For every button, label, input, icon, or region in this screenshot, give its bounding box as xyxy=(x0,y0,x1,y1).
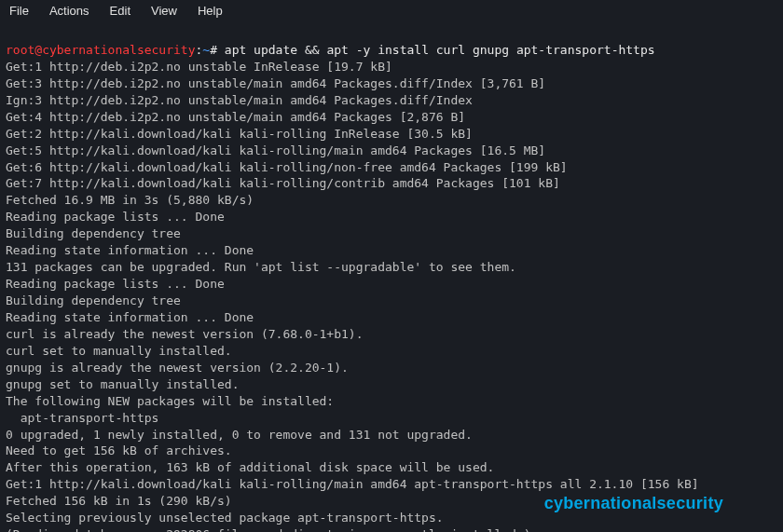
output-line: 131 packages can be upgraded. Run 'apt l… xyxy=(6,260,516,274)
output-line: Get:6 http://kali.download/kali kali-rol… xyxy=(6,160,568,174)
output-line: Selecting previously unselected package … xyxy=(6,511,444,525)
menu-view[interactable]: View xyxy=(151,4,177,18)
command-text: apt update && apt -y install curl gnupg … xyxy=(225,43,655,57)
output-line: Get:2 http://kali.download/kali kali-rol… xyxy=(6,127,473,141)
output-line: Fetched 156 kB in 1s (290 kB/s) xyxy=(6,494,232,508)
output-line: apt-transport-https xyxy=(6,411,158,425)
output-line: gnupg is already the newest version (2.2… xyxy=(6,361,349,375)
menu-edit[interactable]: Edit xyxy=(110,4,130,18)
terminal-output[interactable]: root@cybernationalsecurity:~# apt update… xyxy=(0,23,783,532)
output-line: After this operation, 163 kB of addition… xyxy=(6,460,494,474)
output-line: Need to get 156 kB of archives. xyxy=(6,443,232,457)
prompt-symbol: # xyxy=(210,43,217,57)
output-line: Get:7 http://kali.download/kali kali-rol… xyxy=(6,176,560,190)
output-line: Reading state information ... Done xyxy=(6,310,254,324)
output-line: curl is already the newest version (7.68… xyxy=(6,327,364,341)
menu-file[interactable]: File xyxy=(9,4,29,18)
output-line: 0 upgraded, 1 newly installed, 0 to remo… xyxy=(6,428,473,442)
output-line: Get:1 http://kali.download/kali kali-rol… xyxy=(6,477,699,491)
prompt-path: ~ xyxy=(202,43,210,57)
output-line: Building dependency tree xyxy=(6,226,181,240)
watermark-text: cybernationalsecurity xyxy=(544,494,723,513)
menu-help[interactable]: Help xyxy=(198,4,223,18)
output-line: Get:3 http://deb.i2p2.no unstable/main a… xyxy=(6,76,545,90)
output-line: Building dependency tree xyxy=(6,293,181,307)
output-line: Reading state information ... Done xyxy=(6,243,254,257)
output-line: (Reading database ... 292806 files and d… xyxy=(6,527,531,532)
prompt-user-host: root@cybernationalsecurity xyxy=(6,43,196,57)
menu-actions[interactable]: Actions xyxy=(49,4,89,18)
output-line: Reading package lists ... Done xyxy=(6,277,225,291)
output-line: gnupg set to manually installed. xyxy=(6,377,239,391)
output-line: Reading package lists ... Done xyxy=(6,210,225,224)
menubar: File Actions Edit View Help xyxy=(0,0,783,23)
output-line: Get:1 http://deb.i2p2.no unstable InRele… xyxy=(6,60,392,74)
output-line: curl set to manually installed. xyxy=(6,344,232,358)
output-line: Fetched 16.9 MB in 3s (5,880 kB/s) xyxy=(6,193,254,207)
output-line: Get:4 http://deb.i2p2.no unstable/main a… xyxy=(6,110,465,124)
output-line: The following NEW packages will be insta… xyxy=(6,394,334,408)
output-line: Get:5 http://kali.download/kali kali-rol… xyxy=(6,143,545,157)
output-line: Ign:3 http://deb.i2p2.no unstable/main a… xyxy=(6,93,473,107)
